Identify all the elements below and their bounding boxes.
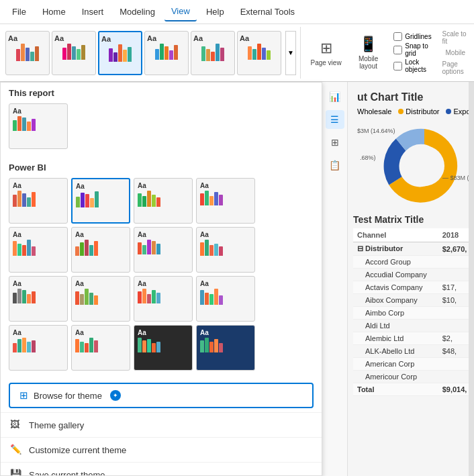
power-bi-theme-11[interactable]: Aa bbox=[196, 276, 255, 322]
customize-theme-item[interactable]: ✏️ Customize current theme bbox=[1, 437, 322, 462]
snap-to-grid-option[interactable]: Snap to grid bbox=[393, 42, 438, 57]
save-theme-icon: 💾 bbox=[10, 469, 22, 476]
ribbon-theme-1[interactable]: Aa bbox=[52, 31, 96, 75]
table-row: Alembic Ltd$2, bbox=[353, 332, 474, 345]
browse-theme-icon: ⊞ bbox=[19, 389, 28, 401]
data-table: Channel 2018 ⊟ Distributor$2,670,Accord … bbox=[353, 228, 474, 396]
ribbon-theme-4[interactable]: Aa bbox=[191, 31, 235, 75]
sidebar-icon-table[interactable]: 📋 bbox=[326, 156, 344, 175]
main-content: This report Aa Power BI AaAaAaAaAaAaAaAa… bbox=[0, 82, 474, 476]
table-cell-label: Aldi Ltd bbox=[353, 320, 438, 332]
sidebar-icon-menu[interactable]: ☰ bbox=[326, 110, 344, 129]
power-bi-theme-2[interactable]: Aa bbox=[134, 178, 193, 224]
scale-to-fit-label: Scale to fit bbox=[442, 30, 469, 45]
power-bi-theme-7[interactable]: Aa bbox=[196, 227, 255, 273]
sidebar-icon-grid[interactable]: ⊞ bbox=[326, 133, 344, 152]
power-bi-theme-10[interactable]: Aa bbox=[134, 276, 193, 322]
power-bi-theme-8[interactable]: Aa bbox=[9, 276, 68, 322]
save-theme-item[interactable]: 💾 Save current theme bbox=[1, 462, 322, 476]
menu-modeling[interactable]: Modeling bbox=[113, 3, 162, 21]
page-view-label: Page view bbox=[310, 59, 341, 66]
snap-to-grid-label: Snap to grid bbox=[405, 42, 438, 57]
table-cell-label: American Corp bbox=[353, 358, 438, 371]
mobile-layout-icon: 📱 bbox=[359, 36, 377, 53]
table-header-row: Channel 2018 bbox=[353, 228, 474, 242]
power-bi-theme-4[interactable]: Aa bbox=[9, 227, 68, 273]
gridlines-checkbox[interactable] bbox=[393, 32, 402, 41]
donut-label-mid: .68%) bbox=[360, 154, 376, 161]
table-row: Actavis Company$17, bbox=[353, 281, 474, 294]
power-bi-grid: AaAaAaAaAaAaAaAaAaAaAaAaAaAaAaAa bbox=[9, 178, 314, 376]
menu-insert[interactable]: Insert bbox=[75, 3, 111, 21]
theme-dropdown-panel: This report Aa Power BI AaAaAaAaAaAaAaAa… bbox=[0, 82, 322, 476]
table-cell-label: Americour Corp bbox=[353, 371, 438, 383]
table-area: Test Matrix Title Channel 2018 ⊟ Distrib… bbox=[348, 211, 474, 396]
power-bi-title: Power BI bbox=[9, 162, 314, 173]
right-panel-scrollbar[interactable] bbox=[469, 82, 474, 476]
ribbon-right: ⊞ Page view 📱 Mobile layout Gridlines Sn… bbox=[300, 27, 438, 79]
ribbon-options: Gridlines Snap to grid Lock objects bbox=[393, 32, 438, 73]
chart-legend: Wholesale Distributor Export bbox=[357, 107, 465, 115]
ribbon-theme-5[interactable]: Aa bbox=[237, 31, 281, 75]
snap-to-grid-checkbox[interactable] bbox=[393, 46, 402, 54]
power-bi-theme-1[interactable]: Aa bbox=[71, 178, 130, 224]
page-view-icon: ⊞ bbox=[320, 40, 332, 57]
ribbon-theme-0[interactable]: Aa bbox=[5, 31, 50, 75]
table-row: Aimbo Corp bbox=[353, 307, 474, 320]
customize-theme-label: Customize current theme bbox=[29, 445, 126, 455]
legend-wholesale: Wholesale bbox=[357, 107, 391, 115]
power-bi-theme-5[interactable]: Aa bbox=[71, 227, 130, 273]
mobile-label: Mobile bbox=[446, 49, 465, 56]
donut-chart-svg bbox=[357, 121, 474, 211]
chart-area: ut Chart Title Wholesale Distributor Exp… bbox=[348, 82, 474, 211]
power-bi-theme-3[interactable]: Aa bbox=[196, 178, 255, 224]
sidebar-icon-chart[interactable]: 📊 bbox=[326, 87, 344, 106]
lock-objects-checkbox[interactable] bbox=[393, 62, 402, 70]
table-cell-label: Total bbox=[353, 383, 438, 396]
power-bi-theme-6[interactable]: Aa bbox=[134, 227, 193, 273]
table-body: ⊟ Distributor$2,670,Accord GroupAccudial… bbox=[353, 242, 474, 396]
theme-gallery-item[interactable]: 🖼 Theme gallery bbox=[1, 412, 322, 437]
table-cell-label: Aibox Company bbox=[353, 294, 438, 307]
ribbon-theme-3[interactable]: Aa bbox=[144, 31, 189, 75]
table-row: Total$9,014, bbox=[353, 383, 474, 396]
ribbon-theme-2[interactable]: Aa bbox=[98, 31, 142, 75]
table-row: Americour Corp bbox=[353, 371, 474, 383]
this-report-theme-0[interactable]: Aa bbox=[9, 103, 68, 149]
menu-external-tools[interactable]: External Tools bbox=[234, 3, 301, 21]
lock-objects-option[interactable]: Lock objects bbox=[393, 58, 438, 73]
donut-label-top: $3M (14.64%) bbox=[357, 128, 395, 134]
distributor-color-dot bbox=[398, 109, 404, 114]
power-bi-theme-13[interactable]: Aa bbox=[71, 325, 130, 371]
menu-file[interactable]: File bbox=[5, 3, 33, 21]
menu-bar: File Home Insert Modeling View Help Exte… bbox=[0, 0, 474, 24]
table-cell-label: Accudial Company bbox=[353, 269, 438, 281]
lock-objects-label: Lock objects bbox=[405, 58, 438, 73]
this-report-title: This report bbox=[9, 88, 314, 98]
table-row: ALK-Abello Ltd$48, bbox=[353, 345, 474, 358]
table-row: Aldi Ltd bbox=[353, 320, 474, 332]
donut-chart-container: $3M (14.64%) .68%) — $83M (53.67%) bbox=[357, 121, 474, 211]
save-theme-label: Save current theme bbox=[29, 470, 105, 477]
power-bi-theme-12[interactable]: Aa bbox=[9, 325, 68, 371]
table-row: Aibox Company$10, bbox=[353, 294, 474, 307]
power-bi-theme-9[interactable]: Aa bbox=[71, 276, 130, 322]
mobile-layout-button[interactable]: 📱 Mobile layout bbox=[351, 36, 385, 70]
menu-home[interactable]: Home bbox=[36, 3, 73, 21]
ribbon-scroll-arrow[interactable]: ▼ bbox=[285, 31, 296, 75]
gridlines-option[interactable]: Gridlines bbox=[393, 32, 438, 41]
menu-help[interactable]: Help bbox=[199, 3, 231, 21]
menu-view[interactable]: View bbox=[164, 2, 197, 21]
table-cell-label: Alembic Ltd bbox=[353, 332, 438, 345]
browse-theme-button[interactable]: ⊞ Browse for theme ✦ bbox=[9, 383, 314, 408]
page-options-label: Page options bbox=[442, 60, 469, 75]
power-bi-theme-0[interactable]: Aa bbox=[9, 178, 68, 224]
power-bi-theme-14[interactable]: Aa bbox=[134, 325, 193, 371]
table-cell-label: Accord Group bbox=[353, 256, 438, 269]
power-bi-theme-15[interactable]: Aa bbox=[196, 325, 255, 371]
this-report-section: This report Aa bbox=[1, 83, 322, 157]
table-title: Test Matrix Title bbox=[353, 214, 474, 225]
power-bi-section: Power BI AaAaAaAaAaAaAaAaAaAaAaAaAaAaAaA… bbox=[1, 157, 322, 379]
page-view-button[interactable]: ⊞ Page view bbox=[309, 40, 343, 66]
table-row: ⊟ Distributor$2,670, bbox=[353, 242, 474, 256]
